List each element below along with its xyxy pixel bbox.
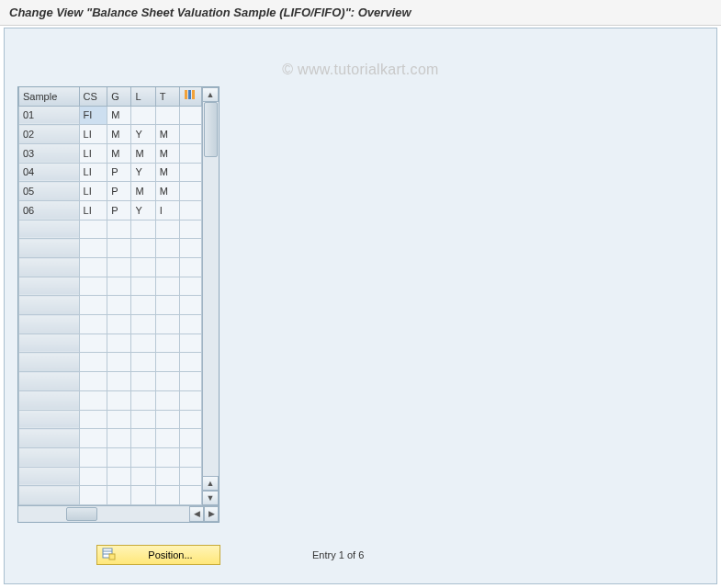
- cell-sample[interactable]: [19, 296, 80, 315]
- cell-l[interactable]: [131, 258, 155, 277]
- cell-g[interactable]: M: [107, 143, 131, 163]
- scroll-up-arrow-icon[interactable]: ▲: [203, 87, 219, 102]
- cell-g[interactable]: [107, 429, 131, 448]
- table-row[interactable]: [19, 486, 202, 505]
- cell-l[interactable]: [131, 315, 155, 334]
- cell-cs[interactable]: [79, 334, 107, 353]
- cell-l[interactable]: [131, 277, 155, 296]
- scroll-left-arrow-icon[interactable]: ◀: [189, 506, 204, 522]
- table-row[interactable]: [19, 334, 202, 353]
- cell-t[interactable]: [155, 447, 179, 467]
- column-header-settings[interactable]: [179, 87, 201, 106]
- table-row[interactable]: 01FIM: [19, 106, 202, 125]
- cell-t[interactable]: [155, 258, 179, 277]
- cell-g[interactable]: [107, 334, 131, 353]
- table-row[interactable]: 04LIPYM: [19, 163, 202, 182]
- cell-t[interactable]: [155, 315, 179, 334]
- vertical-scroll-thumb[interactable]: [204, 102, 218, 157]
- table-row[interactable]: [19, 429, 202, 448]
- cell-cs[interactable]: [79, 467, 107, 486]
- cell-g[interactable]: [107, 410, 131, 429]
- cell-t[interactable]: [155, 296, 179, 315]
- cell-t[interactable]: [155, 467, 179, 486]
- table-row[interactable]: 05LIPMM: [19, 182, 202, 201]
- cell-sample[interactable]: 01: [19, 106, 80, 125]
- cell-g[interactable]: P: [107, 200, 131, 220]
- table-row[interactable]: 03LIMMM: [19, 143, 202, 163]
- cell-l[interactable]: Y: [131, 200, 155, 220]
- cell-sample[interactable]: 02: [19, 125, 80, 144]
- table-row[interactable]: [19, 277, 202, 296]
- cell-cs[interactable]: [79, 296, 107, 315]
- cell-sample[interactable]: [19, 220, 80, 239]
- cell-g[interactable]: [107, 296, 131, 315]
- scroll-right-arrow-icon[interactable]: ▶: [204, 506, 219, 522]
- cell-t[interactable]: [155, 372, 179, 391]
- cell-l[interactable]: [131, 467, 155, 486]
- cell-sample[interactable]: 05: [19, 182, 80, 201]
- table-row[interactable]: [19, 410, 202, 429]
- cell-sample[interactable]: [19, 410, 80, 429]
- column-header-sample[interactable]: Sample: [19, 87, 80, 106]
- data-grid[interactable]: Sample CS G L T 01FIM02LIMYM03LIMMM04LIP…: [17, 86, 220, 523]
- cell-t[interactable]: I: [155, 200, 179, 220]
- cell-sample[interactable]: [19, 390, 80, 410]
- grid-table[interactable]: Sample CS G L T 01FIM02LIMYM03LIMMM04LIP…: [18, 87, 202, 505]
- cell-t[interactable]: [155, 220, 179, 239]
- cell-cs[interactable]: [79, 410, 107, 429]
- cell-sample[interactable]: [19, 258, 80, 277]
- cell-t[interactable]: [155, 277, 179, 296]
- cell-g[interactable]: [107, 353, 131, 372]
- cell-l[interactable]: [131, 486, 155, 505]
- vertical-scrollbar[interactable]: ▲ ▲ ▼: [202, 87, 219, 505]
- horizontal-scroll-track[interactable]: [64, 506, 189, 522]
- position-button[interactable]: Position...: [96, 545, 220, 565]
- cell-l[interactable]: Y: [131, 163, 155, 182]
- table-row[interactable]: [19, 372, 202, 391]
- table-settings-icon[interactable]: [184, 90, 197, 103]
- cell-cs[interactable]: LI: [79, 182, 107, 201]
- cell-g[interactable]: P: [107, 182, 131, 201]
- table-row[interactable]: 02LIMYM: [19, 125, 202, 144]
- cell-sample[interactable]: [19, 353, 80, 372]
- cell-g[interactable]: M: [107, 106, 131, 125]
- cell-g[interactable]: P: [107, 163, 131, 182]
- cell-sample[interactable]: [19, 277, 80, 296]
- cell-sample[interactable]: [19, 315, 80, 334]
- cell-sample[interactable]: 03: [19, 143, 80, 163]
- cell-g[interactable]: [107, 277, 131, 296]
- cell-sample[interactable]: [19, 372, 80, 391]
- column-header-l[interactable]: L: [131, 87, 155, 106]
- cell-t[interactable]: [155, 239, 179, 258]
- cell-l[interactable]: [131, 334, 155, 353]
- cell-t[interactable]: [155, 390, 179, 410]
- cell-t[interactable]: [155, 334, 179, 353]
- cell-g[interactable]: [107, 467, 131, 486]
- table-row[interactable]: [19, 315, 202, 334]
- cell-cs[interactable]: FI: [79, 106, 107, 125]
- horizontal-scrollbar[interactable]: ◀ ▶: [18, 505, 219, 522]
- table-row[interactable]: [19, 296, 202, 315]
- cell-t[interactable]: M: [155, 143, 179, 163]
- cell-g[interactable]: [107, 258, 131, 277]
- cell-sample[interactable]: [19, 486, 80, 505]
- cell-sample[interactable]: [19, 467, 80, 486]
- cell-l[interactable]: [131, 372, 155, 391]
- column-header-t[interactable]: T: [155, 87, 179, 106]
- cell-sample[interactable]: [19, 429, 80, 448]
- cell-t[interactable]: M: [155, 125, 179, 144]
- cell-cs[interactable]: [79, 486, 107, 505]
- cell-l[interactable]: [131, 353, 155, 372]
- table-row[interactable]: [19, 239, 202, 258]
- scroll-down-arrow-top-icon[interactable]: ▲: [203, 476, 219, 491]
- cell-cs[interactable]: LI: [79, 163, 107, 182]
- cell-g[interactable]: [107, 390, 131, 410]
- column-header-cs[interactable]: CS: [79, 87, 107, 106]
- cell-g[interactable]: [107, 447, 131, 467]
- table-row[interactable]: 06LIPYI: [19, 200, 202, 220]
- cell-cs[interactable]: [79, 447, 107, 467]
- cell-t[interactable]: [155, 353, 179, 372]
- cell-t[interactable]: [155, 106, 179, 125]
- table-row[interactable]: [19, 258, 202, 277]
- cell-g[interactable]: [107, 239, 131, 258]
